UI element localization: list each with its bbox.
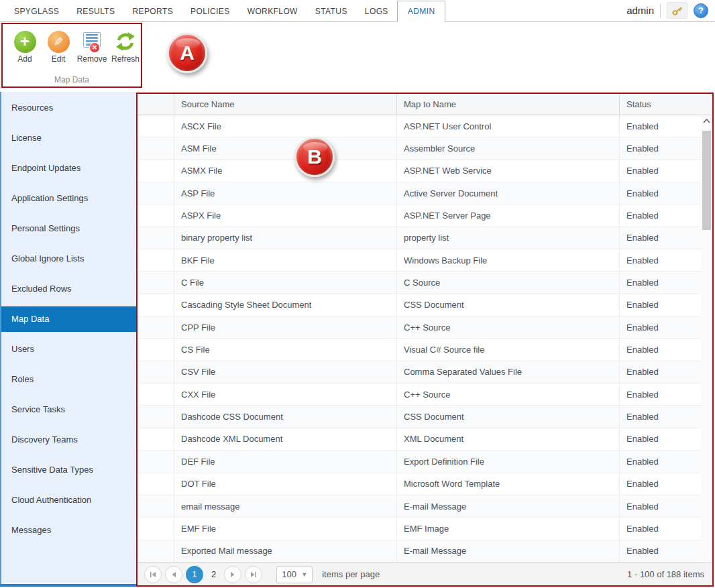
help-icon[interactable]: ?	[694, 3, 708, 18]
status-cell: Enabled	[620, 182, 712, 204]
map-to-name-cell: Active Server Document	[397, 182, 620, 204]
sidebar-item-sensitive-data-types[interactable]: Sensitive Data Types	[1, 457, 136, 483]
source-name-cell: Exported Mail message	[174, 540, 397, 562]
sidebar-item-cloud-authentication[interactable]: Cloud Authentication	[1, 487, 136, 513]
table-row[interactable]: C File C Source Enabled	[138, 272, 712, 294]
tab-status[interactable]: STATUS	[307, 1, 356, 21]
column-header-status[interactable]: Status	[620, 94, 712, 115]
tab-results[interactable]: RESULTS	[68, 1, 123, 21]
sidebar-item-service-tasks[interactable]: Service Tasks	[1, 397, 136, 422]
table-row[interactable]: ASP File Active Server Document Enabled	[138, 182, 712, 204]
tab-label: REPORTS	[133, 7, 174, 16]
table-row[interactable]: Dashcode XML Document XML Document Enabl…	[138, 428, 712, 451]
table-row[interactable]: email message E-mail Message Enabled	[138, 495, 712, 518]
table-row[interactable]: EMF File EMF Image Enabled	[138, 518, 712, 540]
next-page-button[interactable]	[224, 566, 241, 583]
add-button[interactable]: + Add	[9, 30, 40, 64]
sidebar-item-resources[interactable]: Resources	[1, 95, 136, 121]
row-handle-cell	[138, 518, 174, 539]
sidebar-item-label: Personal Settings	[11, 223, 80, 233]
help-glyph: ?	[698, 5, 704, 15]
page-1-button[interactable]: 1	[186, 566, 203, 583]
source-name-cell: CXX File	[174, 384, 397, 405]
table-row[interactable]: Dashcode CSS Document CSS Document Enabl…	[138, 406, 712, 428]
status-cell: Enabled	[620, 294, 712, 316]
refresh-arrows-icon	[115, 30, 136, 54]
table-row[interactable]: Cascading Style Sheet Document CSS Docum…	[138, 294, 712, 316]
tab-label: WORKFLOW	[248, 7, 298, 16]
table-row[interactable]: CSV File Comma Separated Values File Ena…	[138, 361, 712, 384]
key-glyph	[671, 4, 684, 17]
sidebar-item-global-ignore-lists[interactable]: Global Ignore Lists	[1, 246, 136, 272]
table-row[interactable]: ASPX File ASP.NET Server Page Enabled	[138, 204, 712, 227]
sidebar-item-endpoint-updates[interactable]: Endpoint Updates	[1, 156, 136, 181]
table-row[interactable]: DEF File Export Definition File Enabled	[138, 451, 712, 473]
refresh-button[interactable]: Refresh	[110, 30, 141, 64]
status-cell: Enabled	[620, 227, 712, 249]
sidebar-item-map-data[interactable]: Map Data	[1, 306, 136, 332]
tab-logs[interactable]: LOGS	[356, 1, 397, 21]
map-to-name-cell: C Source	[397, 272, 620, 293]
table-row[interactable]: ASCX File ASP.NET User Control Enabled	[138, 115, 712, 137]
map-to-name-cell: ASP.NET User Control	[397, 115, 620, 137]
sidebar-item-roles[interactable]: Roles	[1, 367, 136, 392]
row-handle-cell	[138, 473, 174, 495]
page-2-button[interactable]: 2	[207, 569, 221, 579]
vertical-scrollbar[interactable]	[701, 115, 712, 563]
table-row[interactable]: Exported Mail message E-mail Message Ena…	[138, 540, 712, 563]
tab-spyglass[interactable]: SPYGLASS	[5, 1, 68, 21]
toolbar-buttons: + Add ✎ Edit ✕ Remove	[3, 24, 141, 64]
page-size-dropdown[interactable]: 100 ▼	[276, 566, 313, 583]
key-icon[interactable]	[667, 2, 688, 19]
map-to-name-cell: XML Document	[397, 428, 620, 450]
sidebar-item-discovery-teams[interactable]: Discovery Teams	[1, 427, 136, 453]
table-row[interactable]: binary property list property list Enabl…	[138, 227, 712, 249]
sidebar-item-excluded-rows[interactable]: Excluded Rows	[1, 276, 136, 302]
tab-workflow[interactable]: WORKFLOW	[239, 1, 307, 21]
map-to-name-cell: E-mail Message	[397, 495, 620, 517]
sidebar-item-messages[interactable]: Messages	[1, 518, 136, 543]
column-header-source-name[interactable]: Source Name	[174, 94, 397, 115]
status-cell: Enabled	[620, 160, 712, 182]
sidebar-item-application-settings[interactable]: Application Settings	[1, 186, 136, 211]
table-row[interactable]: ASM File Assembler Source Enabled	[138, 137, 712, 160]
map-to-name-cell: C++ Source	[397, 316, 620, 338]
sidebar-item-label: Map Data	[11, 314, 49, 324]
status-cell: Enabled	[620, 316, 712, 338]
table-row[interactable]: CS File Visual C# Source file Enabled	[138, 339, 712, 361]
edit-button[interactable]: ✎ Edit	[43, 30, 74, 64]
scroll-up-arrow-icon[interactable]	[701, 115, 712, 127]
add-button-label: Add	[17, 54, 32, 64]
table-row[interactable]: ASMX File ASP.NET Web Service Enabled	[138, 160, 712, 182]
map-to-name-cell: Comma Separated Values File	[397, 361, 620, 383]
tab-policies[interactable]: POLICIES	[182, 1, 239, 21]
status-cell: Enabled	[620, 137, 712, 159]
source-name-cell: ASM File	[174, 137, 397, 159]
prev-page-button[interactable]	[165, 566, 182, 583]
sidebar-item-personal-settings[interactable]: Personal Settings	[1, 216, 136, 241]
row-handle-cell	[138, 249, 174, 271]
sidebar-item-license[interactable]: License	[1, 125, 136, 151]
header-right-cluster: admin ?	[626, 2, 715, 21]
remove-button[interactable]: ✕ Remove	[76, 30, 107, 64]
row-handle-cell	[138, 361, 174, 383]
header-divider	[660, 3, 661, 18]
table-row[interactable]: CPP File C++ Source Enabled	[138, 316, 712, 339]
status-cell: Enabled	[620, 115, 712, 137]
tab-reports[interactable]: REPORTS	[124, 1, 182, 21]
table-row[interactable]: DOT File Microsoft Word Template Enabled	[138, 473, 712, 495]
column-header-map-to-name[interactable]: Map to Name	[397, 94, 620, 115]
grid-body: ASCX File ASP.NET User Control Enabled A…	[138, 115, 712, 563]
last-page-button[interactable]	[245, 566, 262, 583]
table-row[interactable]: CXX File C++ Source Enabled	[138, 384, 712, 406]
status-cell: Enabled	[620, 249, 712, 271]
row-handle-cell	[138, 540, 174, 562]
map-to-name-cell: Export Definition File	[397, 451, 620, 472]
tab-admin[interactable]: ADMIN	[397, 1, 446, 22]
scrollbar-thumb[interactable]	[702, 131, 711, 230]
pager-bar: 1 2 100 ▼ items per page 1 - 100 of 188 …	[138, 563, 712, 585]
table-row[interactable]: BKF File Windows Backup File Enabled	[138, 249, 712, 272]
source-name-cell: Dashcode CSS Document	[174, 406, 397, 427]
first-page-button[interactable]	[144, 566, 162, 583]
sidebar-item-users[interactable]: Users	[1, 337, 136, 362]
